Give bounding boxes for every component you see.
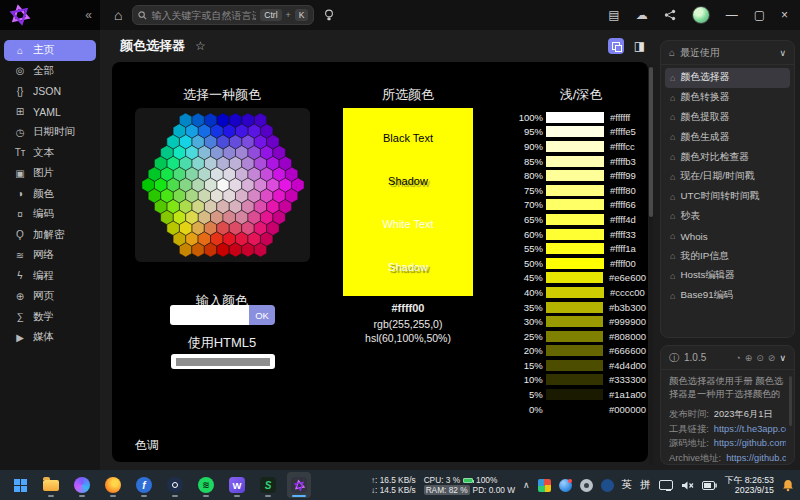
lightbulb-icon[interactable] xyxy=(324,9,334,22)
shade-hex: #ffff80 xyxy=(610,185,636,196)
ok-button[interactable]: OK xyxy=(249,305,275,325)
steam-tray-icon[interactable] xyxy=(580,479,593,492)
notification-bell-icon[interactable] xyxy=(782,479,794,492)
recent-item-现在/日期/时间戳[interactable]: ⌂现在/日期/时间戳 xyxy=(665,167,790,187)
search-input[interactable] xyxy=(151,10,256,21)
recent-item-颜色转换器[interactable]: ⌂颜色转换器 xyxy=(665,88,790,108)
sidebar-item-网络[interactable]: ≋网络 xyxy=(4,245,96,266)
sharex-icon[interactable]: S xyxy=(256,472,280,498)
copilot-icon[interactable] xyxy=(70,472,94,498)
recent-panel-header[interactable]: ⌂ 最近使用 ∨ xyxy=(661,41,794,65)
recent-item-Whois[interactable]: ⌂Whois xyxy=(665,226,790,246)
sidebar-item-颜色[interactable]: ◑颜色 xyxy=(4,184,96,205)
ime-english-indicator[interactable]: 英 xyxy=(622,478,633,492)
shade-percent: 85% xyxy=(516,156,546,167)
recent-item-UTC时间转时间戳[interactable]: ⌂UTC时间转时间戳 xyxy=(665,187,790,207)
recent-item-秒表[interactable]: ⌂秒表 xyxy=(665,207,790,227)
sidebar-collapse-icon[interactable]: « xyxy=(85,8,92,22)
chevron-down-icon[interactable]: ∨ xyxy=(779,48,786,58)
main-scrollbar[interactable] xyxy=(649,65,653,465)
shade-swatch xyxy=(546,229,604,240)
selected-rgb-value: rgb(255,255,0) xyxy=(343,317,473,331)
taskbar-clock[interactable]: 下午 8:26:53 2023/9/15 xyxy=(725,475,774,496)
color-grid-tray-icon[interactable] xyxy=(538,479,551,492)
network-speed-monitor[interactable]: ↑: 16.5 KB/s ↓: 14.5 KB/s xyxy=(371,475,416,495)
sidebar-item-编码[interactable]: ¤编码 xyxy=(4,204,96,225)
info-row-link[interactable]: https://github.com... xyxy=(714,436,786,451)
hidden-icons-chevron[interactable]: ∧ xyxy=(523,480,530,490)
license-icon[interactable]: ⊘ xyxy=(768,353,776,363)
cloud-sync-icon[interactable]: ☁ xyxy=(636,8,648,22)
recent-item-颜色提取器[interactable]: ⌂颜色提取器 xyxy=(665,108,790,128)
blue-app-icon[interactable]: f xyxy=(132,472,156,498)
hex-color-picker[interactable] xyxy=(135,108,310,262)
he3-app-window: « ⌂ Ctrl + K ▤ ☁ xyxy=(0,0,800,500)
shade-row: 75%#ffff80 xyxy=(516,183,646,198)
pin-tool-badge[interactable] xyxy=(608,38,624,54)
battery-tray-icon[interactable] xyxy=(702,481,717,490)
color-text-input[interactable] xyxy=(170,305,249,325)
favorite-star-icon[interactable]: ☆ xyxy=(195,39,206,53)
speaker-muted-icon[interactable] xyxy=(681,480,694,491)
hex-color-grid[interactable] xyxy=(139,112,307,258)
firefox-icon[interactable] xyxy=(101,472,125,498)
he3-taskbar-icon[interactable] xyxy=(287,472,311,498)
file-explorer-icon[interactable] xyxy=(39,472,63,498)
html5-color-swatch xyxy=(176,358,270,366)
recent-item-颜色生成器[interactable]: ⌂颜色生成器 xyxy=(665,127,790,147)
home-icon[interactable]: ⌂ xyxy=(114,7,122,23)
sidebar-item-主页[interactable]: ⌂主页 xyxy=(4,40,96,61)
tool-icon: ⌂ xyxy=(670,93,675,103)
spotify-icon[interactable]: ≋ xyxy=(194,472,218,498)
sidebar-item-加解密[interactable]: Ϙ加解密 xyxy=(4,225,96,246)
main-scrollbar-thumb[interactable] xyxy=(649,67,653,217)
start-button-icon[interactable] xyxy=(8,472,32,498)
recent-item-Hosts编辑器[interactable]: ⌂Hosts编辑器 xyxy=(665,266,790,286)
close-button[interactable]: × xyxy=(781,8,788,22)
shade-row: 100%#ffffff xyxy=(516,110,646,125)
sidebar-item-文本[interactable]: Tт文本 xyxy=(4,143,96,164)
html5-color-input[interactable] xyxy=(171,354,275,369)
sidebar-item-图片[interactable]: ▣图片 xyxy=(4,163,96,184)
tool-icon: ⌂ xyxy=(670,112,675,122)
website-icon[interactable]: ⊕ xyxy=(745,353,753,363)
global-search[interactable]: Ctrl + K xyxy=(132,5,314,25)
chevron-down-icon[interactable]: ∨ xyxy=(779,353,786,363)
recent-item-Base91编码[interactable]: ⌂Base91编码 xyxy=(665,286,790,306)
panel-toggle-icon[interactable]: ◨ xyxy=(634,39,645,53)
sidebar-item-数学[interactable]: ∑数学 xyxy=(4,307,96,328)
sidebar-item-日期时间[interactable]: ◷日期时间 xyxy=(4,122,96,143)
recent-item-颜色选择器[interactable]: ⌂颜色选择器 xyxy=(665,68,790,88)
info-scrollbar[interactable] xyxy=(789,376,792,426)
steam-icon[interactable] xyxy=(163,472,187,498)
user-avatar[interactable] xyxy=(692,6,710,24)
shade-percent: 40% xyxy=(516,287,546,298)
recent-item-颜色对比检查器[interactable]: ⌂颜色对比检查器 xyxy=(665,147,790,167)
maximize-button[interactable]: ▢ xyxy=(754,8,765,22)
shade-percent: 90% xyxy=(516,141,546,152)
sidebar-item-全部[interactable]: ◎全部 xyxy=(4,61,96,82)
shade-percent: 50% xyxy=(516,258,546,269)
sidebar-item-YAML[interactable]: ⊞YAML xyxy=(4,102,96,123)
share-icon[interactable] xyxy=(664,9,676,21)
info-panel-header[interactable]: ⓘ 1.0.5 ◔ ⊕ ⊙ ⊘ ∨ xyxy=(661,346,794,370)
minimize-button[interactable]: — xyxy=(726,8,738,22)
sidebar-item-编程[interactable]: ϟ编程 xyxy=(4,266,96,287)
recent-item-我的IP信息[interactable]: ⌂我的IP信息 xyxy=(665,246,790,266)
browser-tray-icon[interactable] xyxy=(559,479,572,492)
system-stats-monitor[interactable]: CPU: 3 % 100% RAM: 82 % PD: 0.00 W xyxy=(424,475,515,495)
touch-keyboard-icon[interactable] xyxy=(659,480,673,490)
shade-hex: #1a1a00 xyxy=(609,389,646,400)
changelog-icon[interactable]: ▤ xyxy=(608,8,619,22)
info-row-link[interactable]: https://github.com... xyxy=(726,451,786,466)
history-icon[interactable]: ◔ xyxy=(735,353,740,363)
sidebar-item-网页[interactable]: ⊕网页 xyxy=(4,286,96,307)
ime-pinyin-indicator[interactable]: 拼 xyxy=(640,478,651,492)
sidebar-item-JSON[interactable]: {}JSON xyxy=(4,81,96,102)
w-app-icon[interactable]: W xyxy=(225,472,249,498)
github-icon[interactable]: ⊙ xyxy=(756,353,764,363)
tool-icon: ⌂ xyxy=(670,172,675,182)
sidebar-item-媒体[interactable]: ▶媒体 xyxy=(4,327,96,348)
app-tray-icon[interactable] xyxy=(601,479,614,492)
info-row-link[interactable]: https://t.he3app.co... xyxy=(714,422,786,437)
